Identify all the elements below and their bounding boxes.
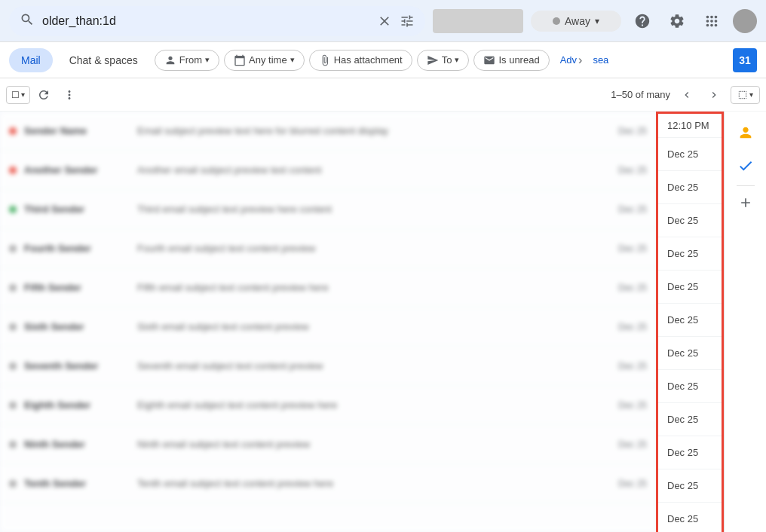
dot-indicator: [9, 245, 17, 252]
email-date: Dec 25: [602, 400, 647, 411]
checkbox-dropdown-icon: ▾: [21, 90, 25, 99]
filter-attachment[interactable]: Has attachment: [309, 50, 412, 71]
right-sidebar: [724, 112, 766, 532]
settings-button[interactable]: [663, 8, 691, 35]
select-all-checkbox[interactable]: ☐ ▾: [6, 86, 30, 104]
email-subject: Fifth email subject text content preview…: [137, 282, 594, 293]
table-row[interactable]: Another Sender Another email subject pre…: [0, 151, 656, 190]
apps-button[interactable]: [698, 8, 725, 35]
avatar[interactable]: [733, 9, 757, 33]
refresh-button[interactable]: [32, 83, 56, 107]
send-icon: [427, 54, 439, 66]
filter-unread[interactable]: Is unread: [473, 50, 549, 71]
dot-indicator: [9, 127, 17, 135]
advanced-search-button[interactable]: Adv ›: [554, 50, 589, 71]
email-date: Dec 25: [602, 322, 647, 332]
date-item: Dec 25: [658, 271, 722, 304]
search-input[interactable]: older_than:1d: [42, 14, 369, 28]
email-sender: Another Sender: [24, 164, 130, 176]
email-subject: Ninth email subject text content preview: [137, 439, 594, 450]
table-row[interactable]: Sixth Sender Sixth email subject text co…: [0, 307, 656, 347]
date-item: Dec 25: [658, 436, 722, 469]
date-item: Dec 25: [658, 171, 722, 204]
to-label: To: [442, 54, 452, 66]
email-date: Dec 25: [602, 126, 647, 136]
view-dropdown-icon: ▾: [749, 90, 753, 99]
date-item: Dec 25: [658, 403, 722, 436]
view-options-button[interactable]: ▾: [731, 86, 760, 104]
email-sender: Fifth Sender: [24, 282, 130, 293]
filter-anytime[interactable]: Any time ▾: [224, 50, 305, 71]
checkbox-icon: ☐: [11, 90, 20, 100]
status-label: Away: [565, 15, 590, 27]
email-sender: Tenth Sender: [24, 478, 130, 489]
toolbar-row: ☐ ▾ 1–50 of many: [0, 78, 766, 112]
filter-from[interactable]: From ▾: [155, 50, 219, 71]
email-sender: Fourth Sender: [24, 243, 130, 254]
more-options-button[interactable]: [57, 83, 81, 107]
main-area: Sender Name Email subject preview text h…: [0, 112, 766, 532]
contacts-button[interactable]: [731, 118, 761, 148]
tab-mail[interactable]: Mail: [9, 48, 53, 72]
status-dot: [553, 17, 560, 25]
pagination-text: 1–50 of many: [611, 89, 670, 100]
date-item: Dec 25: [658, 138, 722, 171]
attachment-icon: [319, 54, 331, 66]
email-subject: Third email subject text preview here co…: [137, 203, 594, 215]
tasks-button[interactable]: [731, 151, 761, 181]
from-dropdown-icon: ▾: [205, 55, 210, 65]
date-item: Dec 25: [658, 370, 722, 403]
search-container: older_than:1d: [9, 6, 425, 36]
calendar-icon: [234, 54, 246, 66]
table-row[interactable]: Third Sender Third email subject text pr…: [0, 190, 656, 229]
filter-bar: Mail Chat & spaces From ▾ Any time ▾ Has…: [0, 42, 766, 78]
dot-indicator: [9, 206, 17, 213]
email-sender: Ninth Sender: [24, 439, 130, 450]
dot-indicator: [9, 402, 17, 409]
table-row[interactable]: Fifth Sender Fifth email subject text co…: [0, 268, 656, 307]
user-status-button[interactable]: Away ▾: [531, 11, 621, 32]
dot-indicator: [9, 167, 17, 174]
email-subject: Tenth email subject text content preview…: [137, 478, 594, 489]
table-row[interactable]: Tenth Sender Tenth email subject text co…: [0, 464, 656, 503]
filter-to[interactable]: To ▾: [417, 50, 470, 71]
dot-indicator: [9, 323, 17, 331]
search-icon: [20, 12, 35, 30]
date-item: Dec 25: [658, 337, 722, 370]
table-row[interactable]: Ninth Sender Ninth email subject text co…: [0, 425, 656, 464]
dot-indicator: [9, 480, 17, 488]
email-date: Dec 25: [602, 361, 647, 371]
search-clear-button[interactable]: [377, 14, 392, 29]
add-sidebar-button[interactable]: [734, 191, 758, 215]
anytime-label: Any time: [249, 54, 287, 66]
dot-indicator: [9, 284, 17, 292]
email-date: Dec 25: [602, 204, 647, 215]
next-page-button[interactable]: [703, 84, 725, 105]
search-tune-button[interactable]: [400, 14, 415, 29]
date-item: Dec 25: [658, 503, 722, 532]
sidebar-divider: [737, 185, 755, 186]
email-date: Dec 25: [602, 165, 647, 176]
tab-chat-spaces[interactable]: Chat & spaces: [57, 48, 150, 72]
to-dropdown-icon: ▾: [455, 55, 459, 65]
email-subject: Seventh email subject text content previ…: [137, 360, 594, 371]
email-subject: Fourth email subject text content previe…: [137, 243, 594, 254]
date-item: Dec 25: [658, 469, 722, 503]
toolbar-left: ☐ ▾: [6, 83, 81, 107]
calendar-app-icon[interactable]: 31: [733, 48, 757, 72]
prev-page-button[interactable]: [676, 84, 697, 105]
top-bar-right: Away ▾: [433, 8, 757, 35]
email-date: Dec 25: [602, 478, 647, 489]
search-more-label: sea: [593, 54, 608, 66]
email-subject: Another email subject preview text conte…: [137, 164, 594, 176]
chevron-right-icon: ›: [578, 54, 582, 67]
table-row[interactable]: Eighth Sender Eighth email subject text …: [0, 386, 656, 425]
table-row[interactable]: Fourth Sender Fourth email subject text …: [0, 229, 656, 268]
help-button[interactable]: [629, 8, 656, 35]
email-date: Dec 25: [602, 243, 647, 254]
mail-icon: [483, 54, 495, 66]
table-row[interactable]: Sender Name Email subject preview text h…: [0, 112, 656, 151]
date-panel: 12:10 PM Dec 25 Dec 25 Dec 25 Dec 25 Dec…: [656, 112, 724, 532]
table-row[interactable]: Seventh Sender Seventh email subject tex…: [0, 347, 656, 386]
email-sender: Sender Name: [24, 125, 130, 136]
